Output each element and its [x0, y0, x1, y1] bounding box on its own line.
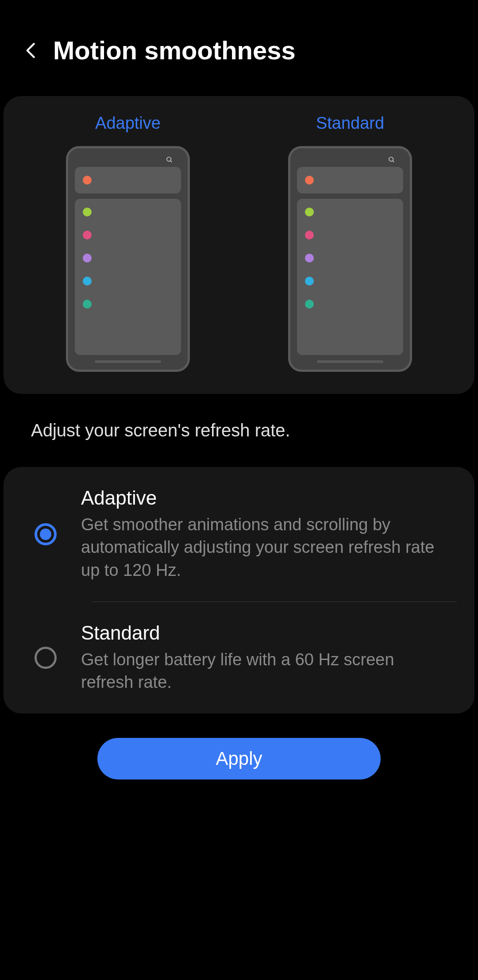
svg-line-3 [393, 161, 394, 162]
preview-standard[interactable]: Standard [288, 114, 412, 372]
dot-icon [305, 254, 314, 262]
radio-standard[interactable] [35, 647, 57, 669]
phone-mockup-standard [288, 146, 412, 372]
dot-icon [83, 277, 92, 286]
dot-icon [83, 208, 92, 216]
chevron-left-icon [22, 42, 40, 59]
option-adaptive[interactable]: Adaptive Get smoother animations and scr… [4, 467, 474, 602]
phone-mockup-adaptive [66, 146, 190, 372]
option-standard[interactable]: Standard Get longer battery life with a … [4, 602, 474, 714]
option-adaptive-text: Adaptive Get smoother animations and scr… [81, 487, 450, 582]
dot-icon [83, 231, 92, 239]
options-card: Adaptive Get smoother animations and scr… [4, 467, 474, 714]
search-icon [166, 156, 173, 163]
description-text: Adjust your screen's refresh rate. [0, 407, 478, 454]
svg-point-2 [389, 157, 393, 161]
header: Motion smoothness [0, 0, 478, 83]
dot-icon [83, 176, 92, 185]
back-button[interactable] [22, 42, 40, 59]
dot-icon [83, 254, 92, 262]
dot-icon [305, 231, 314, 239]
preview-adaptive[interactable]: Adaptive [66, 114, 190, 372]
mockup-content [75, 199, 181, 355]
option-standard-title: Standard [81, 622, 450, 644]
mockup-search-bar [75, 167, 181, 193]
mockup-content [297, 199, 403, 355]
mockup-search-bar [297, 167, 403, 193]
page-title: Motion smoothness [53, 35, 296, 65]
svg-line-1 [170, 161, 172, 162]
dot-icon [305, 208, 314, 216]
option-standard-text: Standard Get longer battery life with a … [81, 622, 450, 694]
option-adaptive-title: Adaptive [81, 487, 450, 509]
option-adaptive-desc: Get smoother animations and scrolling by… [81, 513, 450, 582]
search-icon [388, 156, 395, 163]
dot-icon [305, 277, 314, 286]
apply-button[interactable]: Apply [97, 738, 381, 779]
dot-icon [83, 300, 92, 309]
svg-point-0 [167, 157, 171, 161]
dot-icon [305, 300, 314, 309]
preview-standard-label: Standard [316, 114, 384, 133]
preview-card: Adaptive Standard [4, 96, 474, 394]
mockup-handle [317, 360, 383, 363]
radio-adaptive[interactable] [35, 523, 57, 545]
dot-icon [305, 176, 314, 185]
option-standard-desc: Get longer battery life with a 60 Hz scr… [81, 648, 450, 694]
preview-adaptive-label: Adaptive [95, 114, 161, 133]
mockup-handle [95, 360, 161, 363]
